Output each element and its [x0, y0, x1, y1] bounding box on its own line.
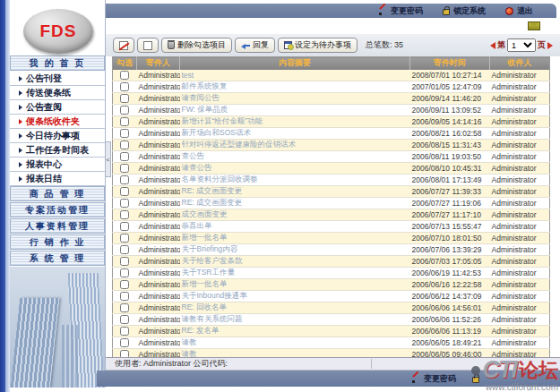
set-todo-label: 设定为待办事项	[295, 39, 351, 51]
summary-link[interactable]: 成交画面变更	[182, 209, 228, 218]
summary-link[interactable]: 名单资料分派回收调整	[182, 175, 258, 183]
change-password-button-bottom[interactable]: 变更密码	[412, 373, 456, 385]
next-page-icon[interactable]	[547, 42, 553, 49]
summary-link[interactable]: FW: 保单品质	[182, 105, 228, 114]
row-checkbox[interactable]	[120, 152, 129, 161]
sidebar-section-header[interactable]: 系 统 管 理	[10, 251, 105, 266]
time-cell: 2008/07/01 10:27:14	[412, 71, 482, 80]
sidebar-section-header[interactable]: 行 销 作 业	[10, 234, 105, 250]
row-checkbox[interactable]	[120, 315, 129, 324]
sidebar-section-header[interactable]: 我 的 首 页	[10, 55, 105, 71]
reply-icon	[241, 42, 250, 49]
row-checkbox[interactable]	[120, 327, 129, 336]
table-row: AdministratorRE: 发名单2006/06/06 11:13:19A…	[113, 325, 550, 337]
table-row: AdministratorRE: 成交画面变更2006/07/27 11:39:…	[113, 185, 550, 197]
summary-link[interactable]: 请查阅公告	[182, 93, 220, 102]
time-cell: 2006/06/19 11:42:53	[412, 268, 481, 277]
summary-link[interactable]: 关于Inbound接通率	[182, 291, 247, 300]
sender-cell: Administrator	[139, 199, 180, 208]
summary-link[interactable]: 关于Briefing内容	[182, 244, 238, 253]
row-checkbox[interactable]	[120, 94, 129, 103]
row-checkbox[interactable]	[120, 292, 129, 301]
sidebar-item-8[interactable]: 报表日结	[10, 172, 105, 186]
set-todo-button[interactable]: 设定为待办事项	[278, 38, 358, 53]
watermark-cti-text: CTI	[483, 358, 517, 382]
sidebar-item-2[interactable]: 传送便条纸	[10, 86, 105, 100]
clear-selection-button[interactable]	[137, 38, 159, 53]
summary-link[interactable]: RE: 成交画面变更	[182, 186, 243, 195]
recipient-cell: Administrator	[492, 234, 537, 243]
row-checkbox[interactable]	[120, 141, 129, 149]
sidebar-section-header[interactable]: 商 品 管 理	[10, 186, 105, 201]
summary-link[interactable]: 关于给客户发条款	[182, 256, 243, 265]
summary-link[interactable]: RE: 成交画面变更	[182, 198, 243, 207]
summary-link[interactable]: 邮件系统恢复	[182, 81, 228, 90]
time-cell: 2006/06/06 11:13:19	[412, 327, 481, 336]
pagination: 第 1 页	[490, 38, 553, 52]
row-checkbox[interactable]	[120, 82, 129, 91]
summary-link[interactable]: RE: 回收名单	[182, 303, 228, 311]
sidebar-item-7[interactable]: 报表中心	[10, 158, 105, 172]
sender-cell: Administrator	[139, 141, 180, 149]
recipient-cell: Administrator	[492, 245, 537, 254]
building-image	[10, 267, 105, 388]
row-checkbox[interactable]	[120, 164, 129, 173]
row-checkbox[interactable]	[120, 257, 129, 266]
lock-system-button[interactable]: 锁定系统	[443, 5, 486, 17]
logout-button[interactable]: 退出	[505, 5, 533, 17]
row-checkbox[interactable]	[120, 234, 129, 243]
sidebar-item-3[interactable]: 公告查阅	[10, 100, 105, 115]
row-checkbox[interactable]	[120, 106, 129, 115]
row-checkbox[interactable]	[120, 71, 129, 80]
page-select[interactable]: 1	[507, 38, 536, 52]
summary-link[interactable]: 针对叫停返还型健康险的促销话术	[182, 140, 297, 149]
select-all-button[interactable]	[113, 38, 134, 53]
summary-link[interactable]: test	[182, 71, 194, 80]
sidebar-collapse-handle[interactable]: <	[105, 141, 111, 177]
summary-link[interactable]: 恭喜出单	[182, 221, 212, 230]
sidebar-item-1[interactable]: 公告刊登	[10, 72, 105, 86]
sender-cell: Administrator	[139, 106, 180, 115]
row-checkbox[interactable]	[120, 222, 129, 231]
todo-calendar-icon	[284, 41, 292, 49]
prev-page-icon[interactable]	[490, 42, 495, 49]
sender-cell: Administrator	[139, 222, 180, 231]
change-password-button[interactable]: 变更密码	[379, 5, 423, 17]
sidebar-item-4[interactable]: 便条纸收件夹	[10, 115, 105, 129]
summary-link[interactable]: 关于TSR工作量	[182, 268, 236, 277]
sidebar-item-5[interactable]: 今日待办事项	[10, 129, 105, 143]
time-cell: 2006/07/10 18:01:50	[412, 234, 482, 243]
row-checkbox[interactable]	[120, 338, 129, 347]
row-checkbox[interactable]	[120, 268, 129, 277]
summary-link[interactable]: 新增计算“给付金额”功能	[182, 116, 263, 125]
fds-logo: FDS	[23, 9, 93, 54]
delete-checked-button[interactable]: 删除勾选项目	[161, 38, 232, 53]
table-row: AdministratorRE: 回收名单2006/06/06 14:56:01…	[113, 302, 550, 313]
row-checkbox[interactable]	[120, 245, 129, 254]
sidebar-section-header[interactable]: 人事资料管理	[10, 218, 105, 234]
sidebar-item-6[interactable]: 工作任务时间表	[10, 143, 105, 158]
row-checkbox[interactable]	[120, 210, 129, 219]
row-checkbox[interactable]	[120, 303, 129, 312]
time-cell: 2007/01/05 12:47:09	[412, 82, 482, 91]
summary-link[interactable]: 请教有关系统问题	[182, 314, 243, 323]
reply-button[interactable]: 回复	[235, 38, 275, 53]
row-checkbox[interactable]	[120, 175, 129, 184]
summary-link[interactable]: 新增一批名单	[182, 233, 228, 242]
row-checkbox[interactable]	[120, 199, 129, 208]
summary-link[interactable]: 查公告	[182, 151, 205, 160]
row-checkbox[interactable]	[120, 117, 129, 126]
summary-link[interactable]: RE: 发名单	[182, 326, 220, 335]
recipient-cell: Administrator	[492, 164, 537, 173]
mail-icon[interactable]	[528, 21, 540, 30]
summary-link[interactable]: 请教	[182, 337, 197, 346]
summary-link[interactable]: 请查公告	[182, 163, 212, 172]
row-checkbox[interactable]	[120, 129, 129, 138]
row-checkbox[interactable]	[120, 280, 129, 289]
row-checkbox[interactable]	[120, 187, 129, 196]
summary-link[interactable]: 新增一批名单	[182, 279, 228, 288]
sidebar-section-header[interactable]: 专案活动管理	[10, 202, 105, 217]
sidebar-nav: 我 的 首 页公告刊登传送便条纸公告查阅便条纸收件夹今日待办事项工作任务时间表报…	[10, 55, 105, 267]
summary-link[interactable]: 新开场白和SOS话术	[182, 128, 251, 137]
time-cell: 2006/07/27 11:19:06	[412, 199, 481, 208]
